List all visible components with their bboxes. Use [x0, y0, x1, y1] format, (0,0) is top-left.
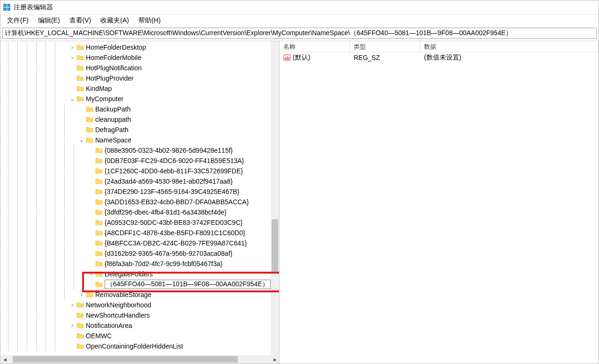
tree-item[interactable]: {f86fa3ab-70d2-4fc7-9c99-fcbf05467f3a}	[0, 259, 271, 269]
value-name: ab(默认)	[280, 53, 350, 62]
menu-bar: 文件(F) 编辑(E) 查看(V) 收藏夹(A) 帮助(H)	[0, 15, 599, 27]
expand-icon[interactable]: ›	[78, 291, 85, 298]
scroll-thumb[interactable]	[13, 356, 238, 363]
tree-panel: ›HomeFolderDesktop›HomeFolderMobileHotPl…	[0, 41, 280, 364]
tree-item-label: {3ADD1653-EB32-4cb0-BBD7-DFA0ABB5ACCA}	[105, 198, 249, 206]
tree-item[interactable]: cleanuppath	[0, 114, 271, 125]
tree-item[interactable]: {088e3905-0323-4b02-9826-5d99428e115f}	[0, 145, 271, 156]
tree-item-label: {A8CDFF1C-4878-43be-B5FD-F8091C1C60D0}	[105, 229, 245, 237]
folder-icon	[95, 219, 103, 226]
tree-item[interactable]: {B4BFCC3A-DB2C-424C-B029-7FE99A87C641}	[0, 238, 271, 248]
address-text: 计算机\HKEY_LOCAL_MACHINE\SOFTWARE\Microsof…	[5, 29, 512, 37]
tree-item-label: {1CF1260C-4DD0-4ebb-811F-33C572699FDE}	[105, 167, 243, 175]
tree-item[interactable]: HotPlugNotification	[0, 63, 271, 73]
value-type: REG_SZ	[350, 54, 420, 61]
menu-favorites[interactable]: 收藏夹(A)	[96, 15, 134, 26]
folder-icon	[95, 281, 103, 288]
address-bar[interactable]: 计算机\HKEY_LOCAL_MACHINE\SOFTWARE\Microsof…	[2, 28, 597, 39]
tree-item[interactable]: KindMap	[0, 83, 271, 94]
scroll-left-button[interactable]: ◂	[0, 355, 9, 364]
tree-item[interactable]: HotPlugProvider	[0, 73, 271, 83]
registry-tree[interactable]: ›HomeFolderDesktop›HomeFolderMobileHotPl…	[0, 41, 271, 355]
tree-item-label: {f86fa3ab-70d2-4fc7-9c99-fcbf05467f3a}	[105, 260, 222, 267]
menu-edit[interactable]: 编辑(E)	[33, 15, 65, 26]
tree-item-label: NewShortcutHandlers	[86, 312, 150, 319]
folder-icon	[86, 116, 93, 123]
tree-item-label: NetworkNeighborhood	[86, 301, 151, 309]
tree-item-label: {d3162b92-9365-467a-956b-92703aca08af}	[105, 250, 232, 257]
menu-file[interactable]: 文件(F)	[2, 15, 33, 26]
tree-item-label: OpenContainingFolderHiddenList	[86, 342, 183, 350]
tree-item-label: HomeFolderMobile	[86, 54, 141, 61]
tree-item[interactable]: DefragPath	[0, 125, 271, 135]
menu-view[interactable]: 查看(V)	[65, 15, 96, 26]
value-data: (数值未设置)	[420, 53, 599, 62]
title-bar[interactable]: 注册表编辑器	[0, 0, 599, 15]
expand-icon[interactable]: ›	[69, 44, 76, 51]
menu-help[interactable]: 帮助(H)	[134, 15, 165, 26]
column-type[interactable]: 类型	[350, 41, 420, 52]
folder-icon	[95, 167, 103, 175]
folder-icon	[95, 260, 103, 267]
folder-icon	[86, 291, 93, 298]
tree-item-label: BackupPath	[95, 105, 131, 113]
folder-icon	[95, 157, 103, 164]
tree-item[interactable]: ›RemovableStorage	[0, 290, 271, 300]
tree-item[interactable]: {3ADD1653-EB32-4cb0-BBD7-DFA0ABB5ACCA}	[0, 197, 271, 207]
tree-item[interactable]: {374DE290-123F-4565-9164-39C4925E467B}	[0, 186, 271, 197]
folder-icon	[95, 270, 103, 278]
expand-icon[interactable]: ›	[69, 322, 76, 329]
expand-icon[interactable]: ›	[69, 54, 76, 61]
folder-icon	[95, 147, 103, 154]
tree-item[interactable]: ›NetworkNeighborhood	[0, 300, 271, 310]
folder-icon	[95, 188, 103, 195]
collapse-icon[interactable]: ⌄	[78, 137, 85, 143]
registry-editor-window: 注册表编辑器 文件(F) 编辑(E) 查看(V) 收藏夹(A) 帮助(H) 计算…	[0, 0, 599, 364]
scroll-right-button[interactable]: ▸	[271, 355, 279, 364]
column-data[interactable]: 数据	[420, 41, 599, 52]
tree-item[interactable]: ›HomeFolderMobile	[0, 52, 271, 63]
value-row[interactable]: ab(默认)REG_SZ(数值未设置)	[280, 52, 599, 63]
folder-icon	[76, 54, 84, 61]
folder-icon	[76, 301, 84, 309]
tree-item[interactable]	[0, 279, 271, 290]
expand-icon[interactable]: ›	[88, 271, 94, 277]
folder-icon	[76, 44, 84, 51]
tree-item[interactable]: ⌄MyComputer	[0, 94, 271, 104]
expand-icon[interactable]: ›	[69, 302, 76, 308]
tree-item-label: cleanuppath	[95, 116, 131, 123]
values-header[interactable]: 名称 类型 数据	[280, 41, 599, 52]
tree-item[interactable]: {1CF1260C-4DD0-4ebb-811F-33C572699FDE}	[0, 166, 271, 176]
tree-item[interactable]: {0DB7E03F-FC29-4DC6-9020-FF41B59E513A}	[0, 156, 271, 166]
tree-vertical-scrollbar[interactable]	[271, 41, 279, 355]
tree-item[interactable]: {24ad3ad4-a569-4530-98e1-ab02f9417aa8}	[0, 176, 271, 186]
tree-item-rename-input[interactable]	[105, 280, 271, 289]
tree-horizontal-scrollbar[interactable]: ◂ ▸	[0, 355, 279, 364]
values-list[interactable]: ab(默认)REG_SZ(数值未设置)	[280, 52, 599, 63]
column-name[interactable]: 名称	[280, 41, 350, 52]
tree-item-label: RemovableStorage	[95, 291, 152, 298]
collapse-icon[interactable]: ⌄	[69, 96, 76, 102]
tree-item-label: {3dfdf296-dbec-4fb4-81d1-6a3438bcf4de}	[105, 208, 227, 216]
tree-item[interactable]: {d3162b92-9365-467a-956b-92703aca08af}	[0, 248, 271, 259]
tree-item[interactable]: {A8CDFF1C-4878-43be-B5FD-F8091C1C60D0}	[0, 228, 271, 238]
tree-item[interactable]: OpenContainingFolderHiddenList	[0, 341, 271, 351]
tree-item[interactable]: {3dfdf296-dbec-4fb4-81d1-6a3438bcf4de}	[0, 207, 271, 217]
tree-item[interactable]: BackupPath	[0, 104, 271, 114]
folder-icon	[95, 198, 103, 206]
tree-item[interactable]: OEMWC	[0, 331, 271, 341]
tree-item[interactable]: ›DelegateFolders	[0, 269, 271, 279]
tree-item[interactable]: ⌄NameSpace	[0, 135, 271, 145]
body: ›HomeFolderDesktop›HomeFolderMobileHotPl…	[0, 41, 599, 364]
tree-item[interactable]: NewShortcutHandlers	[0, 310, 271, 320]
folder-icon	[76, 95, 84, 103]
tree-item-label: {374DE290-123F-4565-9164-39C4925E467B}	[105, 188, 239, 195]
tree-item-label: NameSpace	[95, 136, 131, 144]
folder-icon	[76, 322, 84, 329]
tree-item[interactable]: ›NotificationArea	[0, 320, 271, 331]
scroll-thumb[interactable]	[272, 219, 278, 273]
tree-item-label: DefragPath	[95, 126, 129, 134]
tree-item[interactable]: ›HomeFolderDesktop	[0, 42, 271, 52]
svg-rect-0	[3, 4, 7, 7]
tree-item[interactable]: {A0953C92-50DC-43bf-BE83-3742FED03C9C}	[0, 217, 271, 228]
